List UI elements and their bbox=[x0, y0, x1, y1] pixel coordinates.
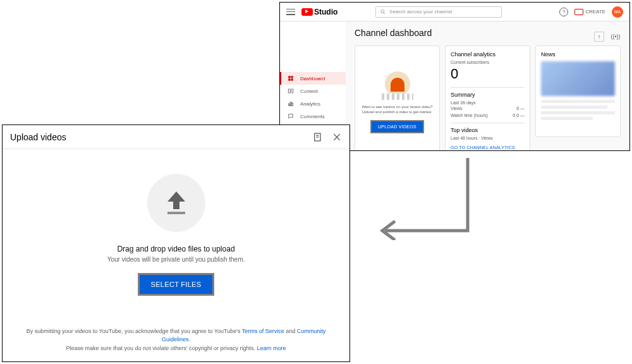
main-content: Channel dashboard ↑ ((•)) Want to see me… bbox=[346, 21, 629, 150]
search-input[interactable]: Search across your channel bbox=[375, 6, 502, 18]
sidebar-item-label: Content bbox=[300, 88, 318, 94]
drop-title: Drag and drop video files to upload bbox=[117, 245, 234, 253]
title-icons: ↑ ((•)) bbox=[594, 32, 621, 42]
tos-link[interactable]: Terms of Service bbox=[242, 328, 284, 334]
upload-modal: Upload videos Drag and drop video files … bbox=[2, 124, 350, 362]
select-files-button[interactable]: SELECT FILES bbox=[138, 273, 215, 296]
top-videos-period: Last 48 hours · Views bbox=[451, 136, 525, 140]
go-to-analytics-link[interactable]: GO TO CHANNEL ANALYTICS bbox=[451, 145, 525, 150]
analytics-card: Channel analytics Current subscribers 0 … bbox=[445, 46, 530, 151]
sidebar-item-label: Dashboard bbox=[300, 76, 325, 82]
svg-rect-5 bbox=[291, 78, 293, 80]
close-icon[interactable] bbox=[332, 132, 342, 142]
svg-rect-6 bbox=[288, 89, 293, 93]
sidebar-item-content[interactable]: Content bbox=[280, 85, 346, 97]
watchtime-metric: Watch time (hours)0.0 — bbox=[451, 112, 525, 119]
studio-header: Studio Search across your channel ? CREA… bbox=[280, 3, 629, 21]
modal-body: Drag and drop video files to upload Your… bbox=[3, 149, 349, 321]
views-metric: Views0 — bbox=[451, 105, 525, 112]
sidebar-item-analytics[interactable]: Analytics bbox=[280, 97, 346, 110]
upload-card: Want to see metrics on your recent video… bbox=[355, 46, 440, 151]
analytics-title: Channel analytics bbox=[451, 51, 525, 58]
feedback-icon[interactable] bbox=[313, 132, 323, 142]
create-button[interactable]: CREATE bbox=[574, 9, 605, 15]
header-right: ? CREATE MA bbox=[559, 6, 623, 18]
menu-icon[interactable] bbox=[286, 9, 295, 15]
camera-icon bbox=[574, 9, 583, 15]
upload-videos-button[interactable]: UPLOAD VIDEOS bbox=[370, 120, 424, 133]
subscribers-value: 0 bbox=[451, 66, 525, 82]
news-title: News bbox=[541, 51, 615, 58]
help-icon[interactable]: ? bbox=[559, 8, 568, 16]
upload-arrow-icon bbox=[167, 191, 185, 214]
drop-subtitle: Your videos will be private until you pu… bbox=[107, 256, 245, 263]
comments-icon bbox=[288, 113, 294, 119]
upload-illustration bbox=[379, 68, 416, 100]
sidebar-item-dashboard[interactable]: Dashboard bbox=[280, 72, 346, 85]
svg-rect-4 bbox=[288, 78, 290, 80]
svg-rect-10 bbox=[292, 103, 293, 106]
sidebar-item-label: Analytics bbox=[300, 101, 320, 107]
upload-icon[interactable]: ↑ bbox=[594, 32, 604, 42]
dashboard-icon bbox=[288, 75, 294, 82]
modal-header: Upload videos bbox=[3, 125, 349, 149]
subscribers-label: Current subscribers bbox=[451, 60, 525, 64]
sidebar-item-comments[interactable]: Comments bbox=[280, 110, 346, 123]
svg-rect-3 bbox=[291, 76, 293, 78]
upload-caption: Want to see metrics on your recent video… bbox=[362, 105, 432, 115]
search-placeholder: Search across your channel bbox=[389, 9, 452, 15]
summary-title: Summary bbox=[451, 92, 525, 98]
svg-rect-2 bbox=[288, 76, 290, 78]
learn-more-link[interactable]: Learn more bbox=[257, 345, 286, 351]
sidebar-item-label: Comments bbox=[300, 114, 325, 119]
upload-dropzone[interactable] bbox=[147, 174, 205, 232]
modal-title: Upload videos bbox=[10, 132, 66, 142]
modal-footer: By submitting your videos to YouTube, yo… bbox=[3, 321, 349, 362]
content-icon bbox=[288, 88, 294, 94]
create-label: CREATE bbox=[585, 9, 605, 15]
svg-marker-7 bbox=[290, 90, 292, 92]
search-icon bbox=[380, 9, 386, 15]
svg-rect-9 bbox=[290, 102, 291, 106]
news-card: News bbox=[535, 46, 621, 137]
page-title: Channel dashboard bbox=[355, 28, 432, 38]
youtube-studio-logo[interactable]: Studio bbox=[301, 8, 337, 16]
avatar[interactable]: MA bbox=[612, 6, 623, 18]
svg-line-1 bbox=[384, 12, 386, 13]
top-videos-title: Top videos bbox=[451, 127, 525, 133]
news-thumbnail bbox=[541, 61, 615, 96]
go-live-icon[interactable]: ((•)) bbox=[611, 32, 621, 42]
brand-text: Studio bbox=[314, 8, 337, 16]
svg-rect-8 bbox=[289, 104, 290, 106]
news-text-placeholder bbox=[541, 100, 615, 131]
analytics-icon bbox=[288, 100, 294, 107]
youtube-play-icon bbox=[301, 8, 313, 16]
flow-arrow bbox=[373, 158, 480, 240]
summary-period: Last 28 days bbox=[451, 100, 525, 105]
